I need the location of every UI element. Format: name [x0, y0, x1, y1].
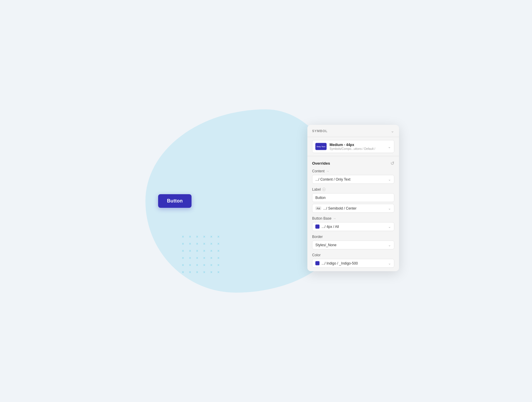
- properties-panel: SYMBOL ⌄ Only Text Medium - 44px Symbols…: [307, 125, 399, 271]
- x-dot: ×: [180, 255, 186, 261]
- color-chevron-icon: ⌄: [388, 261, 391, 265]
- label-font-left: Aa .../ Semibold / Center: [315, 206, 356, 210]
- border-dropdown[interactable]: Styles/_None ⌄: [312, 241, 394, 249]
- x-dot: ×: [216, 241, 221, 247]
- x-dot: ×: [187, 255, 193, 261]
- content-label: Content →: [312, 169, 394, 173]
- x-dot: ×: [194, 255, 200, 261]
- symbol-name: Medium - 44px: [330, 143, 385, 147]
- overrides-header: Overrides ↺: [307, 156, 399, 169]
- button-base-value: .../ 4px / All: [322, 225, 339, 229]
- x-pattern-decoration: × × × × × × × × × × × × × × × × × × × × …: [180, 234, 221, 275]
- border-chevron-icon: ⌄: [388, 243, 391, 247]
- label-circle-icon: ⊙: [322, 188, 326, 191]
- symbol-selector[interactable]: Only Text Medium - 44px Symbols/Compo...…: [312, 140, 394, 153]
- x-dot: ×: [180, 241, 186, 247]
- button-base-left: .../ 4px / All: [315, 225, 339, 229]
- x-dot: ×: [202, 270, 207, 275]
- x-dot: ×: [216, 248, 221, 254]
- button-base-chevron-icon: ⌄: [388, 225, 391, 229]
- x-dot: ×: [216, 255, 221, 261]
- symbol-section-header: SYMBOL ⌄: [307, 125, 399, 137]
- color-value: .../ Indigo / _Indigo-500: [322, 261, 358, 265]
- button-preview: Button: [158, 194, 192, 208]
- x-dot: ×: [202, 241, 207, 247]
- label-font-dropdown[interactable]: Aa .../ Semibold / Center ⌄: [312, 204, 394, 213]
- aa-badge: Aa: [315, 207, 321, 210]
- symbol-info: Medium - 44px Symbols/Compo...uttons / D…: [330, 143, 385, 150]
- x-dot: ×: [180, 248, 186, 254]
- symbol-chevron-down-icon[interactable]: ⌄: [391, 129, 394, 133]
- x-dot: ×: [187, 241, 193, 247]
- button-base-arrow-icon: →: [333, 217, 336, 220]
- x-dot: ×: [194, 270, 200, 275]
- x-dot: ×: [202, 262, 207, 268]
- x-dot: ×: [209, 234, 214, 239]
- x-dot: ×: [209, 262, 214, 268]
- x-dot: ×: [209, 248, 214, 254]
- symbol-thumbnail: Only Text: [315, 143, 327, 150]
- content-arrow-icon: →: [326, 169, 329, 173]
- border-label: Border: [312, 235, 394, 239]
- button-base-override-row: Button Base → .../ 4px / All ⌄: [307, 216, 399, 235]
- x-dot: ×: [202, 248, 207, 254]
- reset-icon[interactable]: ↺: [390, 161, 394, 166]
- x-dot: ×: [187, 270, 193, 275]
- x-dot: ×: [209, 270, 214, 275]
- button-base-dropdown[interactable]: .../ 4px / All ⌄: [312, 222, 394, 231]
- x-dot: ×: [194, 262, 200, 268]
- border-value: Styles/_None: [315, 243, 336, 247]
- x-dot: ×: [202, 234, 207, 239]
- label-font-value: .../ Semibold / Center: [323, 206, 357, 210]
- symbol-path: Symbols/Compo...uttons / Default /: [330, 147, 385, 150]
- symbol-label: SYMBOL: [312, 129, 327, 133]
- content-chevron-icon: ⌄: [388, 177, 391, 181]
- x-dot: ×: [216, 234, 221, 239]
- x-dot: ×: [209, 255, 214, 261]
- color-left: .../ Indigo / _Indigo-500: [315, 261, 358, 265]
- color-swatch: [315, 261, 319, 265]
- x-dot: ×: [194, 234, 200, 239]
- button-base-label: Button Base →: [312, 216, 394, 221]
- x-dot: ×: [216, 270, 221, 275]
- content-override-row: Content → .../ Content / Only Text ⌄: [307, 169, 399, 187]
- x-dot: ×: [194, 248, 200, 254]
- symbol-selector-chevron-icon: ⌄: [388, 144, 391, 149]
- overrides-title: Overrides: [312, 161, 330, 166]
- color-dropdown[interactable]: .../ Indigo / _Indigo-500 ⌄: [312, 259, 394, 268]
- symbol-thumb-text: Only Text: [317, 146, 325, 147]
- x-dot: ×: [187, 248, 193, 254]
- button-base-swatch: [315, 225, 319, 229]
- x-dot: ×: [180, 262, 186, 268]
- color-label: Color: [312, 253, 394, 257]
- label-label: Label ⊙: [312, 187, 394, 192]
- label-text-input[interactable]: [312, 193, 394, 202]
- border-override-row: Border Styles/_None ⌄: [307, 235, 399, 253]
- x-dot: ×: [209, 241, 214, 247]
- font-chevron-icon: ⌄: [388, 206, 391, 210]
- x-dot: ×: [180, 270, 186, 275]
- x-dot: ×: [194, 241, 200, 247]
- x-dot: ×: [187, 234, 193, 239]
- x-dot: ×: [216, 262, 221, 268]
- content-dropdown[interactable]: .../ Content / Only Text ⌄: [312, 175, 394, 184]
- content-dropdown-value: .../ Content / Only Text: [315, 177, 351, 181]
- label-override-row: Label ⊙ Aa .../ Semibold / Center ⌄: [307, 187, 399, 216]
- color-override-row: Color .../ Indigo / _Indigo-500 ⌄: [307, 253, 399, 271]
- x-dot: ×: [187, 262, 193, 268]
- x-dot: ×: [202, 255, 207, 261]
- x-dot: ×: [180, 234, 186, 239]
